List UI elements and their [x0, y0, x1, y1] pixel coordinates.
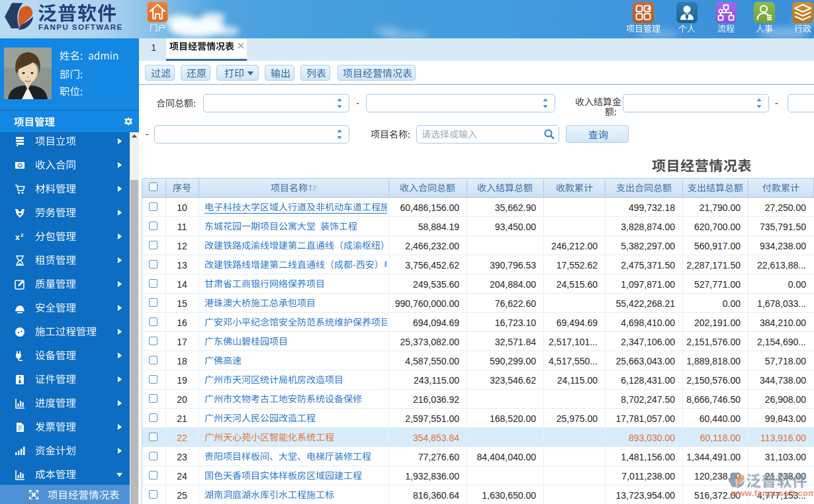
svg-text:x: x [15, 233, 20, 242]
svg-text:2: 2 [21, 232, 24, 238]
